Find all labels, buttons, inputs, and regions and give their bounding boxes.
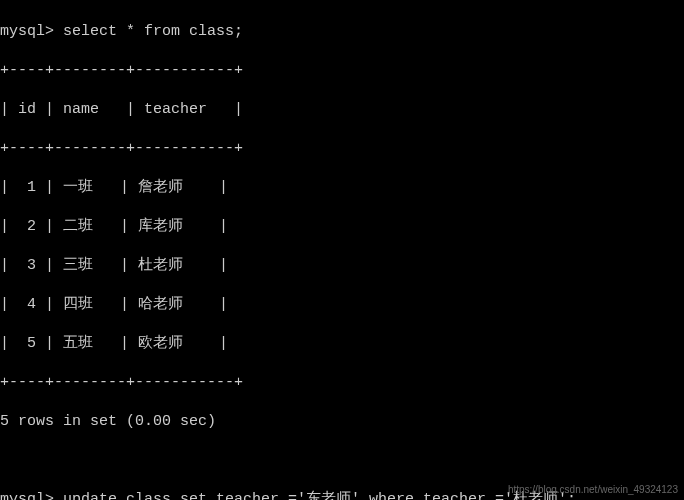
table-row: | 1 | 一班 | 詹老师 | xyxy=(0,178,684,198)
table-row: | 5 | 五班 | 欧老师 | xyxy=(0,334,684,354)
table-border: +----+--------+-----------+ xyxy=(0,139,684,159)
table-row: | 3 | 三班 | 杜老师 | xyxy=(0,256,684,276)
table-border: +----+--------+-----------+ xyxy=(0,373,684,393)
watermark-text: https://blog.csdn.net/weixin_49324123 xyxy=(508,483,678,496)
table-border: +----+--------+-----------+ xyxy=(0,61,684,81)
terminal-output: mysql> select * from class; +----+------… xyxy=(0,0,684,500)
sql-query: select * from class; xyxy=(63,23,243,40)
table-row: | 2 | 二班 | 库老师 | xyxy=(0,217,684,237)
mysql-prompt: mysql> xyxy=(0,23,63,40)
table-header: | id | name | teacher | xyxy=(0,100,684,120)
blank-line xyxy=(0,451,684,471)
query-line[interactable]: mysql> select * from class; xyxy=(0,22,684,42)
sql-query: update class set teacher ='东老师' where te… xyxy=(63,491,576,501)
mysql-prompt: mysql> xyxy=(0,491,63,501)
table-row: | 4 | 四班 | 哈老师 | xyxy=(0,295,684,315)
result-summary: 5 rows in set (0.00 sec) xyxy=(0,412,684,432)
